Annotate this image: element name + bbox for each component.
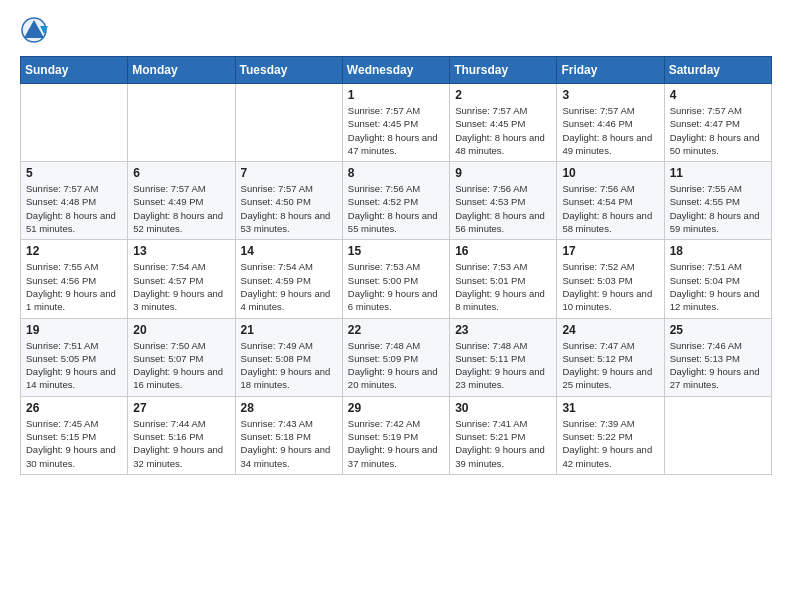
day-info: Sunrise: 7:48 AM Sunset: 5:09 PM Dayligh… bbox=[348, 339, 444, 392]
weekday-header-sunday: Sunday bbox=[21, 57, 128, 84]
day-number: 6 bbox=[133, 166, 229, 180]
day-cell: 16Sunrise: 7:53 AM Sunset: 5:01 PM Dayli… bbox=[450, 240, 557, 318]
day-info: Sunrise: 7:57 AM Sunset: 4:45 PM Dayligh… bbox=[455, 104, 551, 157]
day-info: Sunrise: 7:57 AM Sunset: 4:45 PM Dayligh… bbox=[348, 104, 444, 157]
weekday-header-wednesday: Wednesday bbox=[342, 57, 449, 84]
day-info: Sunrise: 7:43 AM Sunset: 5:18 PM Dayligh… bbox=[241, 417, 337, 470]
weekday-row: SundayMondayTuesdayWednesdayThursdayFrid… bbox=[21, 57, 772, 84]
day-info: Sunrise: 7:57 AM Sunset: 4:47 PM Dayligh… bbox=[670, 104, 766, 157]
day-info: Sunrise: 7:44 AM Sunset: 5:16 PM Dayligh… bbox=[133, 417, 229, 470]
day-number: 26 bbox=[26, 401, 122, 415]
day-info: Sunrise: 7:53 AM Sunset: 5:01 PM Dayligh… bbox=[455, 260, 551, 313]
day-info: Sunrise: 7:54 AM Sunset: 4:59 PM Dayligh… bbox=[241, 260, 337, 313]
day-info: Sunrise: 7:56 AM Sunset: 4:53 PM Dayligh… bbox=[455, 182, 551, 235]
day-number: 4 bbox=[670, 88, 766, 102]
day-cell: 23Sunrise: 7:48 AM Sunset: 5:11 PM Dayli… bbox=[450, 318, 557, 396]
day-info: Sunrise: 7:39 AM Sunset: 5:22 PM Dayligh… bbox=[562, 417, 658, 470]
day-number: 1 bbox=[348, 88, 444, 102]
weekday-header-thursday: Thursday bbox=[450, 57, 557, 84]
day-info: Sunrise: 7:57 AM Sunset: 4:46 PM Dayligh… bbox=[562, 104, 658, 157]
day-cell: 17Sunrise: 7:52 AM Sunset: 5:03 PM Dayli… bbox=[557, 240, 664, 318]
day-cell: 29Sunrise: 7:42 AM Sunset: 5:19 PM Dayli… bbox=[342, 396, 449, 474]
day-cell: 28Sunrise: 7:43 AM Sunset: 5:18 PM Dayli… bbox=[235, 396, 342, 474]
day-cell: 8Sunrise: 7:56 AM Sunset: 4:52 PM Daylig… bbox=[342, 162, 449, 240]
day-cell: 1Sunrise: 7:57 AM Sunset: 4:45 PM Daylig… bbox=[342, 84, 449, 162]
day-info: Sunrise: 7:48 AM Sunset: 5:11 PM Dayligh… bbox=[455, 339, 551, 392]
day-cell: 4Sunrise: 7:57 AM Sunset: 4:47 PM Daylig… bbox=[664, 84, 771, 162]
day-number: 21 bbox=[241, 323, 337, 337]
day-cell: 13Sunrise: 7:54 AM Sunset: 4:57 PM Dayli… bbox=[128, 240, 235, 318]
day-number: 31 bbox=[562, 401, 658, 415]
day-number: 15 bbox=[348, 244, 444, 258]
week-row-2: 5Sunrise: 7:57 AM Sunset: 4:48 PM Daylig… bbox=[21, 162, 772, 240]
day-number: 9 bbox=[455, 166, 551, 180]
day-number: 23 bbox=[455, 323, 551, 337]
day-number: 16 bbox=[455, 244, 551, 258]
day-number: 20 bbox=[133, 323, 229, 337]
day-number: 18 bbox=[670, 244, 766, 258]
day-info: Sunrise: 7:56 AM Sunset: 4:54 PM Dayligh… bbox=[562, 182, 658, 235]
day-number: 13 bbox=[133, 244, 229, 258]
day-number: 12 bbox=[26, 244, 122, 258]
day-cell: 3Sunrise: 7:57 AM Sunset: 4:46 PM Daylig… bbox=[557, 84, 664, 162]
day-info: Sunrise: 7:49 AM Sunset: 5:08 PM Dayligh… bbox=[241, 339, 337, 392]
day-number: 8 bbox=[348, 166, 444, 180]
day-number: 14 bbox=[241, 244, 337, 258]
day-cell: 7Sunrise: 7:57 AM Sunset: 4:50 PM Daylig… bbox=[235, 162, 342, 240]
day-number: 19 bbox=[26, 323, 122, 337]
day-cell: 15Sunrise: 7:53 AM Sunset: 5:00 PM Dayli… bbox=[342, 240, 449, 318]
day-number: 3 bbox=[562, 88, 658, 102]
day-number: 29 bbox=[348, 401, 444, 415]
day-info: Sunrise: 7:45 AM Sunset: 5:15 PM Dayligh… bbox=[26, 417, 122, 470]
day-number: 10 bbox=[562, 166, 658, 180]
day-number: 5 bbox=[26, 166, 122, 180]
day-info: Sunrise: 7:50 AM Sunset: 5:07 PM Dayligh… bbox=[133, 339, 229, 392]
day-info: Sunrise: 7:46 AM Sunset: 5:13 PM Dayligh… bbox=[670, 339, 766, 392]
day-number: 30 bbox=[455, 401, 551, 415]
day-info: Sunrise: 7:53 AM Sunset: 5:00 PM Dayligh… bbox=[348, 260, 444, 313]
week-row-3: 12Sunrise: 7:55 AM Sunset: 4:56 PM Dayli… bbox=[21, 240, 772, 318]
day-number: 25 bbox=[670, 323, 766, 337]
day-cell: 12Sunrise: 7:55 AM Sunset: 4:56 PM Dayli… bbox=[21, 240, 128, 318]
day-info: Sunrise: 7:52 AM Sunset: 5:03 PM Dayligh… bbox=[562, 260, 658, 313]
day-number: 11 bbox=[670, 166, 766, 180]
page: SundayMondayTuesdayWednesdayThursdayFrid… bbox=[0, 0, 792, 495]
header bbox=[20, 16, 772, 44]
day-cell: 22Sunrise: 7:48 AM Sunset: 5:09 PM Dayli… bbox=[342, 318, 449, 396]
day-info: Sunrise: 7:57 AM Sunset: 4:48 PM Dayligh… bbox=[26, 182, 122, 235]
day-cell: 24Sunrise: 7:47 AM Sunset: 5:12 PM Dayli… bbox=[557, 318, 664, 396]
day-cell bbox=[235, 84, 342, 162]
day-cell: 30Sunrise: 7:41 AM Sunset: 5:21 PM Dayli… bbox=[450, 396, 557, 474]
weekday-header-monday: Monday bbox=[128, 57, 235, 84]
day-cell: 14Sunrise: 7:54 AM Sunset: 4:59 PM Dayli… bbox=[235, 240, 342, 318]
day-cell: 18Sunrise: 7:51 AM Sunset: 5:04 PM Dayli… bbox=[664, 240, 771, 318]
day-info: Sunrise: 7:51 AM Sunset: 5:04 PM Dayligh… bbox=[670, 260, 766, 313]
day-info: Sunrise: 7:57 AM Sunset: 4:50 PM Dayligh… bbox=[241, 182, 337, 235]
day-cell bbox=[21, 84, 128, 162]
calendar-table: SundayMondayTuesdayWednesdayThursdayFrid… bbox=[20, 56, 772, 475]
day-cell: 25Sunrise: 7:46 AM Sunset: 5:13 PM Dayli… bbox=[664, 318, 771, 396]
weekday-header-tuesday: Tuesday bbox=[235, 57, 342, 84]
day-info: Sunrise: 7:42 AM Sunset: 5:19 PM Dayligh… bbox=[348, 417, 444, 470]
day-cell: 9Sunrise: 7:56 AM Sunset: 4:53 PM Daylig… bbox=[450, 162, 557, 240]
day-cell bbox=[128, 84, 235, 162]
day-number: 27 bbox=[133, 401, 229, 415]
day-cell: 27Sunrise: 7:44 AM Sunset: 5:16 PM Dayli… bbox=[128, 396, 235, 474]
day-info: Sunrise: 7:54 AM Sunset: 4:57 PM Dayligh… bbox=[133, 260, 229, 313]
day-info: Sunrise: 7:55 AM Sunset: 4:56 PM Dayligh… bbox=[26, 260, 122, 313]
week-row-5: 26Sunrise: 7:45 AM Sunset: 5:15 PM Dayli… bbox=[21, 396, 772, 474]
day-number: 24 bbox=[562, 323, 658, 337]
day-cell: 11Sunrise: 7:55 AM Sunset: 4:55 PM Dayli… bbox=[664, 162, 771, 240]
weekday-header-saturday: Saturday bbox=[664, 57, 771, 84]
day-info: Sunrise: 7:56 AM Sunset: 4:52 PM Dayligh… bbox=[348, 182, 444, 235]
day-info: Sunrise: 7:41 AM Sunset: 5:21 PM Dayligh… bbox=[455, 417, 551, 470]
day-number: 28 bbox=[241, 401, 337, 415]
day-number: 17 bbox=[562, 244, 658, 258]
day-info: Sunrise: 7:55 AM Sunset: 4:55 PM Dayligh… bbox=[670, 182, 766, 235]
week-row-4: 19Sunrise: 7:51 AM Sunset: 5:05 PM Dayli… bbox=[21, 318, 772, 396]
day-info: Sunrise: 7:51 AM Sunset: 5:05 PM Dayligh… bbox=[26, 339, 122, 392]
day-cell: 2Sunrise: 7:57 AM Sunset: 4:45 PM Daylig… bbox=[450, 84, 557, 162]
day-info: Sunrise: 7:57 AM Sunset: 4:49 PM Dayligh… bbox=[133, 182, 229, 235]
logo-area bbox=[20, 16, 52, 44]
day-cell: 21Sunrise: 7:49 AM Sunset: 5:08 PM Dayli… bbox=[235, 318, 342, 396]
